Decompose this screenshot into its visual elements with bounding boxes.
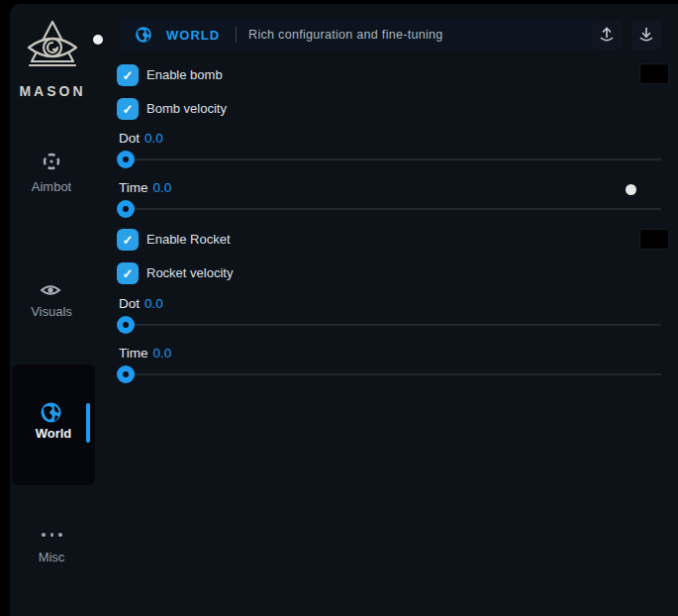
- crosshair-icon: [42, 152, 61, 171]
- download-icon: [637, 26, 655, 44]
- slider-value: 0.0: [153, 180, 172, 195]
- sidebar-item-label: Misc: [10, 550, 93, 565]
- bomb-color-swatch[interactable]: [639, 63, 669, 84]
- enable-bomb-checkbox[interactable]: ✓: [117, 64, 139, 86]
- page-subtitle: Rich configuration and fine-tuning: [248, 28, 442, 42]
- slider-knob[interactable]: [117, 316, 135, 334]
- sidebar-item-label: World: [12, 426, 95, 441]
- divider: [236, 27, 237, 43]
- eye-icon: [40, 281, 61, 299]
- slider-value: 0.0: [145, 296, 163, 311]
- cursor-dot: [626, 184, 636, 195]
- slider-value: 0.0: [153, 346, 172, 360]
- bomb-time-slider[interactable]: [119, 208, 661, 210]
- masonic-eye-icon: [24, 18, 81, 77]
- cursor-dot: [93, 35, 103, 45]
- rocket-color-swatch[interactable]: [639, 229, 669, 250]
- slider-label: Dot0.0: [119, 131, 163, 146]
- rocket-time-slider[interactable]: [119, 373, 661, 375]
- page-header: WORLD Rich configuration and fine-tuning: [119, 19, 592, 51]
- slider-knob[interactable]: [117, 365, 135, 383]
- active-indicator-bar: [86, 403, 90, 443]
- rocket-velocity-checkbox[interactable]: ✓: [117, 262, 139, 284]
- logo-text: MASON: [10, 83, 95, 99]
- slider-name: Dot: [119, 296, 140, 311]
- bomb-velocity-checkbox[interactable]: ✓: [117, 98, 139, 120]
- rocket-dot-slider[interactable]: [119, 324, 661, 326]
- slider-value: 0.0: [145, 131, 163, 146]
- globe-icon: [40, 401, 62, 424]
- checkbox-label: Bomb velocity: [146, 98, 227, 120]
- app-window: MASON Aimbot Visuals: [10, 4, 678, 616]
- checkbox-label: Rocket velocity: [146, 262, 233, 284]
- bomb-dot-slider[interactable]: [119, 158, 661, 160]
- checkbox-label: Enable Rocket: [146, 229, 231, 251]
- sidebar-item-world[interactable]: [12, 364, 95, 485]
- slider-label: Dot0.0: [119, 296, 163, 311]
- enable-rocket-checkbox[interactable]: ✓: [117, 229, 139, 251]
- slider-label: Time0.0: [119, 346, 171, 360]
- upload-config-button[interactable]: [592, 20, 622, 50]
- download-config-button[interactable]: [631, 20, 661, 50]
- sidebar-item-label: Visuals: [10, 304, 93, 319]
- slider-name: Time: [119, 346, 148, 360]
- upload-icon: [598, 26, 616, 44]
- checkbox-label: Enable bomb: [146, 64, 223, 86]
- globe-icon: [135, 26, 152, 44]
- page-title: WORLD: [166, 28, 220, 43]
- slider-label: Time0.0: [119, 180, 171, 195]
- ellipsis-icon: [42, 533, 62, 537]
- slider-knob[interactable]: [117, 151, 135, 168]
- slider-name: Dot: [119, 131, 140, 146]
- slider-name: Time: [119, 180, 148, 195]
- slider-knob[interactable]: [117, 200, 135, 218]
- sidebar-item-label: Aimbot: [10, 179, 93, 194]
